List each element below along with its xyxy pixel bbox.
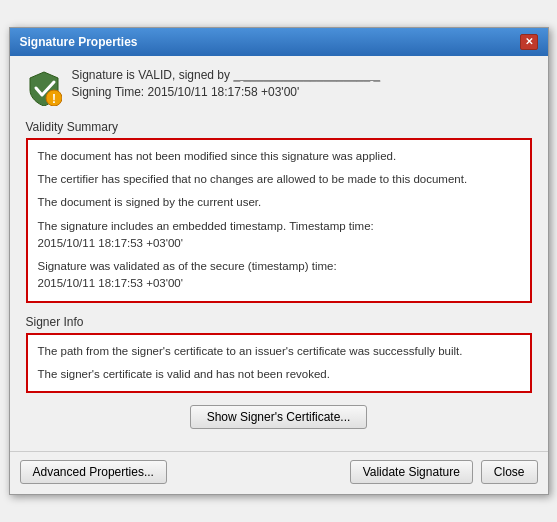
signature-header: ! Signature is VALID, signed by _ ______…	[26, 68, 532, 106]
signing-time: Signing Time: 2015/10/11 18:17:58 +03'00…	[72, 85, 381, 99]
validity-line-4: The signature includes an embedded times…	[38, 218, 520, 253]
signer-info-box: The path from the signer's certificate t…	[26, 333, 532, 394]
signer-info-label: Signer Info	[26, 315, 532, 329]
validity-summary-section: Validity Summary The document has not be…	[26, 120, 532, 303]
signature-properties-dialog: Signature Properties ✕ ! Sign	[9, 27, 549, 495]
svg-text:!: !	[52, 92, 56, 106]
validity-summary-box: The document has not been modified since…	[26, 138, 532, 303]
signer-name: _ ___________________ _	[233, 68, 380, 82]
valid-text: Signature is VALID, signed by _ ________…	[72, 68, 381, 82]
title-bar: Signature Properties ✕	[10, 28, 548, 56]
advanced-properties-button[interactable]: Advanced Properties...	[20, 460, 167, 484]
bottom-bar: Advanced Properties... Validate Signatur…	[10, 451, 548, 494]
show-cert-button[interactable]: Show Signer's Certificate...	[190, 405, 368, 429]
header-text-block: Signature is VALID, signed by _ ________…	[72, 68, 381, 99]
title-bar-title: Signature Properties	[20, 35, 138, 49]
valid-shield-icon: !	[26, 70, 62, 106]
close-button[interactable]: Close	[481, 460, 538, 484]
signer-info-line-2: The signer's certificate is valid and ha…	[38, 366, 520, 383]
close-icon[interactable]: ✕	[520, 34, 538, 50]
dialog-content: ! Signature is VALID, signed by _ ______…	[10, 56, 548, 451]
validity-line-1: The document has not been modified since…	[38, 148, 520, 165]
dialog-title: Signature Properties	[20, 35, 138, 49]
validity-summary-label: Validity Summary	[26, 120, 532, 134]
validity-line-5: Signature was validated as of the secure…	[38, 258, 520, 293]
validate-signature-button[interactable]: Validate Signature	[350, 460, 473, 484]
validity-line-3: The document is signed by the current us…	[38, 194, 520, 211]
cert-button-row: Show Signer's Certificate...	[26, 405, 532, 429]
signer-info-section: Signer Info The path from the signer's c…	[26, 315, 532, 394]
bottom-right-buttons: Validate Signature Close	[350, 460, 538, 484]
signer-info-line-1: The path from the signer's certificate t…	[38, 343, 520, 360]
validity-line-2: The certifier has specified that no chan…	[38, 171, 520, 188]
